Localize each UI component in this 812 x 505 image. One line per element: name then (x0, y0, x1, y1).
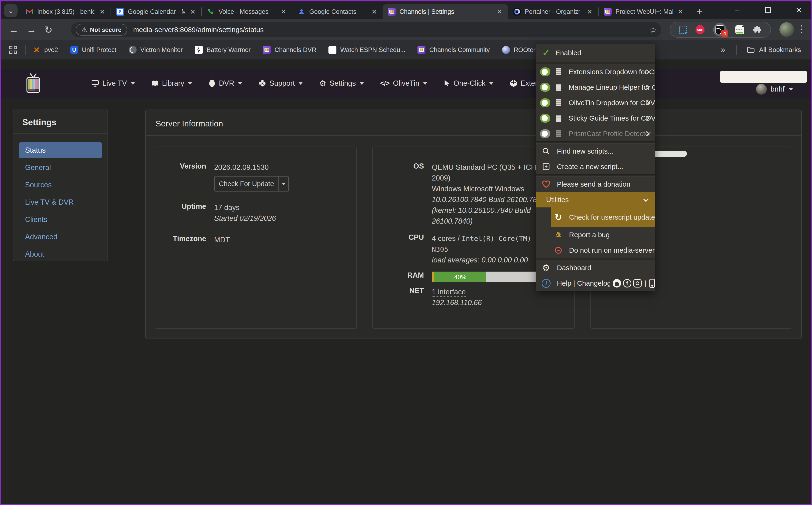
bookmark-unifi-protect[interactable]: U Unifi Protect (70, 46, 116, 54)
toggle-off-icon[interactable] (540, 129, 550, 138)
tab-close-icon[interactable]: ✕ (370, 8, 378, 16)
net-interfaces-link[interactable]: 1 interface (432, 288, 466, 297)
timezone-value: MDT (214, 234, 230, 245)
security-chip[interactable]: ⚠ Not secure (76, 24, 127, 36)
back-button[interactable]: ← (9, 24, 18, 35)
nav-one-click[interactable]: One-Click (444, 79, 494, 88)
chevron-down-icon (238, 82, 242, 85)
version-value: 2026.02.09.1530 (214, 162, 289, 173)
violentmonkey-icon[interactable]: 4 (713, 23, 727, 36)
reload-button[interactable]: ↻ (44, 24, 52, 36)
toggle-on-icon[interactable] (540, 83, 550, 92)
sidebar-item-status[interactable]: Status (19, 142, 102, 158)
toggle-on-icon[interactable] (540, 67, 550, 76)
bookmark-pve2[interactable]: ✕ pve2 (32, 46, 58, 54)
menu-item-enabled[interactable]: ✓ Enabled (536, 44, 655, 62)
menu-divider (536, 258, 655, 260)
script-item-sticky-guide-times[interactable]: Sticky Guide Times for CDVR WebUI (536, 111, 655, 126)
bookmark-battery-warmer[interactable]: Battery Warmer (195, 46, 251, 54)
tab-portainer[interactable]: Portainer - Organizr ✕ (508, 4, 598, 19)
github-icon[interactable] (613, 279, 621, 288)
all-bookmarks-button[interactable]: All Bookmarks (747, 46, 801, 54)
update-dropdown-toggle[interactable] (278, 177, 288, 191)
bookmarks-overflow-icon[interactable]: » (721, 45, 725, 55)
menu-item-check-updates[interactable]: ↻ Check for userscript updates (536, 207, 655, 227)
tab-channels-settings-active[interactable]: Channels | Settings ✕ (383, 4, 508, 19)
nav-dvr[interactable]: DVR (209, 79, 242, 88)
site-search-input[interactable] (720, 71, 807, 83)
url-text[interactable]: media-server8:8089/admin/settings/status (133, 26, 646, 34)
forward-button[interactable]: → (26, 24, 36, 35)
menu-item-find-scripts[interactable]: Find new scripts... (536, 144, 655, 159)
menu-item-do-not-run[interactable]: Do not run on media-server8 (536, 242, 655, 258)
bookmark-victron-monitor[interactable]: Victron Monitor (129, 46, 183, 54)
help-changelog-text[interactable]: Help | Changelog | (557, 279, 610, 287)
sidebar-item-sources[interactable]: Sources (19, 177, 102, 193)
submenu-indent (536, 207, 551, 227)
script-item-prismcast[interactable]: PrismCast Profile Detector (536, 126, 655, 141)
window-close-button[interactable]: ✕ (794, 5, 804, 15)
menu-item-report-bug[interactable]: Report a bug (536, 227, 655, 242)
sidebar-item-livetv-dvr[interactable]: Live TV & DVR (19, 194, 102, 210)
apps-grid-icon[interactable] (9, 46, 17, 54)
script-item-extensions-dropdown[interactable]: Extensions Dropdown for CDVR WebUI (536, 64, 655, 79)
instagram-icon[interactable] (633, 279, 642, 288)
menu-item-help[interactable]: i Help | Changelog | f | (536, 276, 655, 291)
tab-close-icon[interactable]: ✕ (496, 8, 504, 16)
nav-library[interactable]: Library (151, 79, 192, 88)
tab-close-icon[interactable]: ✕ (676, 8, 685, 16)
bookmark-channels-community[interactable]: Channels Community (417, 46, 490, 54)
uptime-value: 17 days (214, 202, 276, 213)
new-tab-button[interactable]: + (693, 6, 706, 18)
tab-google-voice[interactable]: Voice - Messages ✕ (202, 4, 292, 19)
tab-close-icon[interactable]: ✕ (279, 8, 288, 16)
tab-close-icon[interactable]: ✕ (586, 8, 594, 16)
facebook-icon[interactable]: f (623, 279, 631, 288)
menu-item-dashboard[interactable]: ⚙ Dashboard (536, 260, 655, 276)
address-bar[interactable]: ⚠ Not secure media-server8:8089/admin/se… (71, 22, 661, 37)
browser-menu-icon[interactable]: ⋮ (797, 23, 806, 34)
channels-logo[interactable] (25, 73, 41, 95)
user-menu[interactable]: bnhf (756, 84, 793, 95)
menu-item-create-script[interactable]: Create a new script... (536, 159, 655, 174)
tab-google-contacts[interactable]: Google Contacts ✕ (292, 4, 383, 19)
bookmark-channels-dvr[interactable]: Channels DVR (263, 46, 316, 54)
gear-icon: ⚙ (319, 79, 326, 88)
cpu-label: CPU (373, 233, 424, 266)
chevron-down-icon (789, 88, 793, 91)
script-item-olivetin-dropdown[interactable]: OliveTin Dropdown for CDVR WebUI (536, 95, 655, 111)
search-icon (541, 147, 551, 156)
toggle-on-icon[interactable] (540, 98, 550, 107)
nav-olivetin[interactable]: </> OliveTin (380, 79, 427, 88)
adblock-plus-icon[interactable]: ABP (696, 25, 704, 34)
bookmark-watch-espn[interactable]: Watch ESPN Schedu... (328, 46, 405, 54)
window-maximize-button[interactable] (763, 5, 773, 15)
user-avatar (756, 84, 767, 95)
nav-support[interactable]: Support (259, 79, 303, 88)
script-item-manage-lineup[interactable]: Manage Lineup Helper for CDVR WebUI (536, 79, 655, 95)
profile-avatar[interactable] (780, 22, 794, 37)
tab-google-calendar[interactable]: 8 Google Calendar - Ma ✕ (111, 4, 201, 19)
toggle-on-icon[interactable] (540, 114, 550, 123)
sidebar-item-clients[interactable]: Clients (19, 212, 102, 227)
menu-item-utilities[interactable]: Utilities (536, 192, 655, 207)
tab-snooze-extension-icon[interactable]: z (735, 25, 744, 34)
extensions-puzzle-icon[interactable] (753, 25, 762, 35)
window-minimize-button[interactable]: – (732, 5, 742, 15)
tab-close-icon[interactable]: ✕ (98, 8, 106, 16)
sidebar-item-advanced[interactable]: Advanced (19, 229, 102, 245)
check-for-update-button[interactable]: Check For Update (214, 176, 289, 191)
tab-close-icon[interactable]: ✕ (189, 8, 197, 16)
sidebar-item-general[interactable]: General (19, 160, 102, 176)
mobile-icon[interactable] (649, 279, 655, 288)
tab-gmail[interactable]: Inbox (3,815) - benice ✕ (20, 4, 111, 19)
bookmark-star-icon[interactable]: ☆ (650, 25, 657, 34)
tab-search-button[interactable]: ⌄ (4, 4, 18, 17)
nav-settings[interactable]: ⚙ Settings (319, 79, 364, 88)
tab-project-webui[interactable]: Project WebUI+: Mak ✕ (598, 4, 689, 19)
page-content: Live TV Library DVR Support ⚙ Settings (1, 59, 811, 504)
nav-live-tv[interactable]: Live TV (91, 79, 135, 88)
menu-item-donation[interactable]: Please send a donation (536, 177, 655, 192)
screenshot-extension-icon[interactable] (679, 26, 687, 34)
sidebar-item-about[interactable]: About (19, 246, 102, 262)
